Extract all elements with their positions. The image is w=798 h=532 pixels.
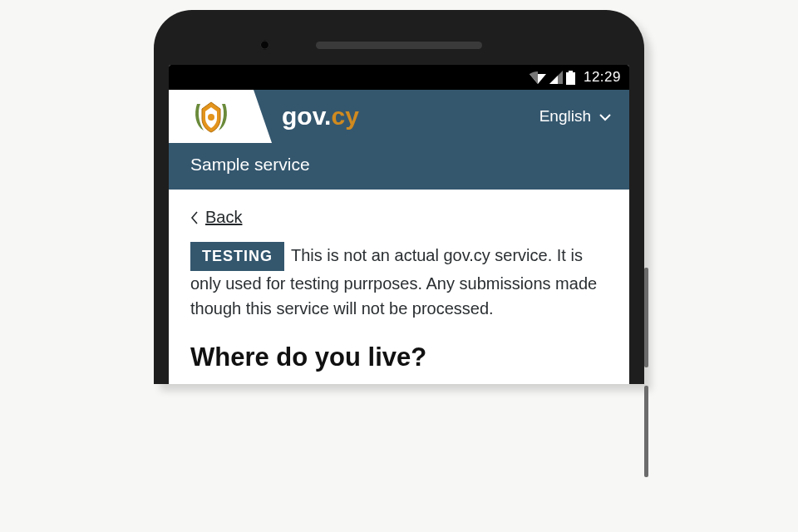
language-label: English <box>539 107 591 126</box>
back-label: Back <box>205 208 242 227</box>
svg-point-2 <box>208 114 214 121</box>
chevron-down-icon <box>599 107 611 126</box>
phone-camera <box>260 41 269 50</box>
logo-tab[interactable] <box>169 90 254 143</box>
service-name: Sample service <box>190 155 310 174</box>
site-header: gov.cy English <box>169 90 629 143</box>
battery-icon <box>566 71 575 85</box>
phone-side-button <box>644 386 648 477</box>
language-selector[interactable]: English <box>539 90 629 143</box>
phone-speaker <box>316 42 482 49</box>
cyprus-crest-icon <box>192 97 230 135</box>
site-brand[interactable]: gov.cy <box>254 90 539 143</box>
back-link[interactable]: Back <box>190 203 608 242</box>
phase-banner: TESTINGThis is not an actual gov.cy serv… <box>190 242 608 321</box>
phase-tag: TESTING <box>190 242 284 271</box>
phone-frame: 12:29 gov.cy English <box>154 10 644 384</box>
phone-top <box>169 25 629 65</box>
screen: 12:29 gov.cy English <box>169 65 629 384</box>
page-content: Back TESTINGThis is not an actual gov.cy… <box>169 190 629 384</box>
chevron-left-icon <box>190 211 199 224</box>
service-name-bar: Sample service <box>169 143 629 190</box>
brand-gov: gov. <box>282 102 331 131</box>
phone-side-button <box>644 268 648 367</box>
status-bar: 12:29 <box>169 65 629 90</box>
status-clock: 12:29 <box>584 69 621 86</box>
page-heading: Where do you live? <box>190 342 608 376</box>
brand-cy: cy <box>331 102 358 131</box>
svg-rect-0 <box>569 71 573 72</box>
svg-rect-1 <box>566 72 575 85</box>
signal-icon <box>549 71 563 84</box>
wifi-icon <box>530 71 546 84</box>
